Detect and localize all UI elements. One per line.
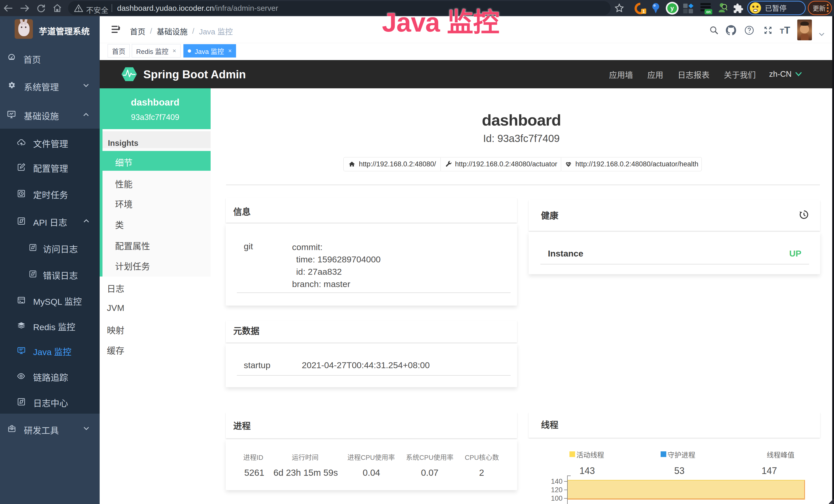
svg-text:T: T	[784, 26, 790, 35]
svg-text:y: y	[671, 5, 674, 12]
svg-text:1: 1	[643, 9, 645, 14]
svg-text:on: on	[706, 10, 710, 14]
svg-text:T: T	[780, 27, 784, 35]
